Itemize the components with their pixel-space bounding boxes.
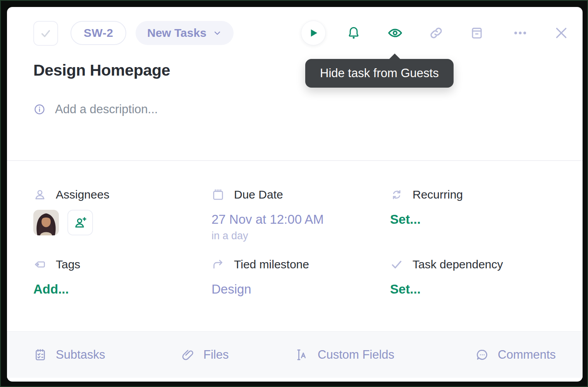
bell-icon bbox=[346, 25, 361, 41]
tooltip-text: Hide task from Guests bbox=[320, 66, 439, 80]
field-due-date: Due Date 27 Nov at 12:00 AM in a day bbox=[211, 188, 382, 242]
archive-button[interactable] bbox=[468, 24, 485, 41]
tab-custom-fields[interactable]: Custom Fields bbox=[295, 332, 394, 378]
field-tied-milestone: Tied milestone Design bbox=[211, 258, 382, 297]
eye-icon bbox=[387, 25, 403, 41]
text-cursor-a-icon bbox=[295, 348, 309, 362]
section-divider bbox=[7, 160, 583, 161]
recurring-set-link[interactable]: Set... bbox=[390, 212, 560, 227]
due-date-value[interactable]: 27 Nov at 12:00 AM bbox=[211, 212, 382, 227]
paperclip-icon bbox=[181, 348, 195, 362]
avatar-image bbox=[33, 210, 59, 235]
assignee-avatar[interactable] bbox=[33, 210, 59, 235]
task-detail-modal: SW-2 New Tasks Hide task from Guests Des… bbox=[7, 7, 583, 382]
tooltip-arrow bbox=[389, 54, 401, 59]
custom-fields-label: Custom Fields bbox=[318, 348, 394, 362]
comments-label: Comments bbox=[498, 348, 556, 362]
mark-complete-button[interactable] bbox=[33, 21, 58, 46]
description-field[interactable]: Add a description... bbox=[33, 102, 158, 116]
due-date-label: Due Date bbox=[234, 188, 283, 201]
task-dependency-set-link[interactable]: Set... bbox=[390, 282, 560, 297]
tied-milestone-value[interactable]: Design bbox=[211, 282, 382, 297]
tag-icon bbox=[33, 258, 46, 271]
task-id-badge[interactable]: SW-2 bbox=[70, 21, 126, 45]
tied-milestone-label: Tied milestone bbox=[234, 258, 309, 271]
field-tags: Tags Add... bbox=[33, 258, 204, 297]
copy-link-button[interactable] bbox=[428, 24, 445, 41]
task-title[interactable]: Design Homepage bbox=[33, 61, 170, 79]
person-plus-icon bbox=[73, 216, 87, 230]
tags-label: Tags bbox=[56, 258, 80, 271]
link-icon bbox=[428, 25, 444, 41]
status-label: New Tasks bbox=[147, 26, 206, 40]
person-icon bbox=[33, 188, 46, 201]
tab-comments[interactable]: Comments bbox=[475, 332, 556, 378]
tab-subtasks[interactable]: Subtasks bbox=[33, 332, 105, 378]
task-id-label: SW-2 bbox=[84, 26, 113, 40]
close-icon bbox=[554, 25, 569, 41]
archive-box-icon bbox=[469, 26, 484, 40]
task-dependency-label: Task dependency bbox=[413, 258, 503, 271]
due-date-relative: in a day bbox=[211, 230, 382, 242]
close-button[interactable] bbox=[553, 24, 570, 41]
field-recurring: Recurring Set... bbox=[390, 188, 560, 227]
play-icon bbox=[308, 27, 319, 39]
notifications-button[interactable] bbox=[345, 24, 362, 41]
recurring-label: Recurring bbox=[413, 188, 463, 201]
ellipsis-icon bbox=[512, 25, 528, 41]
screenshot-frame: SW-2 New Tasks Hide task from Guests Des… bbox=[0, 0, 588, 387]
check-icon bbox=[40, 27, 52, 40]
start-timer-button[interactable] bbox=[301, 21, 326, 45]
more-options-button[interactable] bbox=[512, 24, 529, 41]
watch-button[interactable] bbox=[387, 24, 404, 41]
calendar-icon bbox=[211, 188, 225, 201]
tab-files[interactable]: Files bbox=[181, 332, 229, 378]
checklist-clipboard-icon bbox=[33, 348, 47, 362]
repeat-cycle-icon bbox=[390, 188, 403, 201]
description-placeholder: Add a description... bbox=[55, 102, 158, 116]
add-assignee-button[interactable] bbox=[67, 210, 93, 235]
status-dropdown[interactable]: New Tasks bbox=[136, 21, 234, 45]
field-task-dependency: Task dependency Set... bbox=[390, 258, 560, 297]
chat-bubble-dots-icon bbox=[475, 348, 489, 362]
assignees-label: Assignees bbox=[56, 188, 109, 201]
field-assignees: Assignees bbox=[33, 188, 204, 235]
files-label: Files bbox=[203, 348, 229, 362]
checkmark-icon bbox=[390, 258, 403, 271]
subtasks-label: Subtasks bbox=[56, 348, 105, 362]
tags-add-link[interactable]: Add... bbox=[33, 282, 204, 297]
bottom-tab-bar: Subtasks Files Custom Fields Comments bbox=[7, 331, 583, 378]
curved-arrow-right-icon bbox=[211, 258, 225, 271]
tooltip: Hide task from Guests bbox=[305, 59, 454, 88]
chevron-down-icon bbox=[213, 28, 222, 38]
info-icon bbox=[33, 103, 46, 116]
